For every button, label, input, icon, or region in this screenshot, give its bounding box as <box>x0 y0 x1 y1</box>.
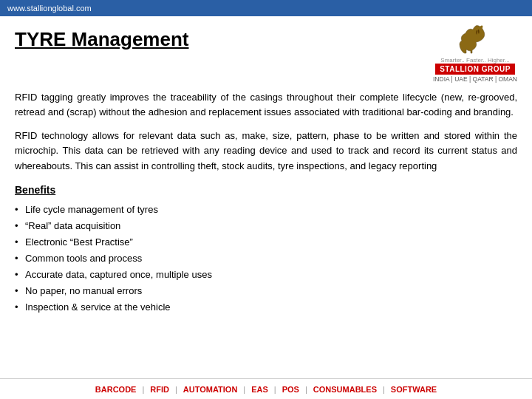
logo-area: Smarter.. Faster.. Higher... STALLION GR… <box>433 24 517 83</box>
group-name-label: STALLION GROUP <box>435 64 515 75</box>
benefit-item: Inspection & service at the vehicle <box>15 299 517 316</box>
benefits-heading: Benefits <box>15 184 517 196</box>
benefit-item: Accurate data, captured once, multiple u… <box>15 267 517 283</box>
title-area: TYRE Management <box>15 24 189 51</box>
website-label: www.stallionglobal.com <box>7 4 92 13</box>
benefits-list: Life cycle management of tyres“Real” dat… <box>15 202 517 316</box>
benefit-item: Life cycle management of tyres <box>15 202 517 218</box>
paragraph-rfid-technology: RFID technology allows for relevant data… <box>15 129 517 173</box>
footer-nav-item[interactable]: EAS <box>245 385 274 394</box>
footer-nav-item[interactable]: RFID <box>144 385 175 394</box>
page-title: TYRE Management <box>15 28 189 51</box>
benefit-item: “Real” data acquisition <box>15 218 517 234</box>
countries-label: INDIA | UAE | QATAR | OMAN <box>433 75 517 83</box>
footer-nav-item[interactable]: BARCODE <box>89 385 143 394</box>
tagline-label: Smarter.. Faster.. Higher... <box>440 57 509 64</box>
footer-nav-item[interactable]: AUTOMATION <box>177 385 244 394</box>
benefit-item: Electronic “Best Practise” <box>15 234 517 250</box>
footer-nav-item[interactable]: POS <box>276 385 305 394</box>
footer-nav-item[interactable]: SOFTWARE <box>385 385 443 394</box>
footer-nav-item[interactable]: CONSUMABLES <box>307 385 383 394</box>
main-content: RFID tagging greatly improves the tracea… <box>0 86 532 320</box>
top-bar: www.stallionglobal.com <box>0 0 532 16</box>
benefit-item: Common tools and process <box>15 250 517 267</box>
paragraph-rfid-intro: RFID tagging greatly improves the tracea… <box>15 90 517 120</box>
benefit-item: No paper, no manual errors <box>15 283 517 299</box>
bottom-navigation-bar: BARCODE|RFID|AUTOMATION|EAS|POS|CONSUMAB… <box>0 378 532 399</box>
horse-icon <box>453 24 497 57</box>
header: TYRE Management Smarter.. Faster.. Highe… <box>0 16 532 86</box>
